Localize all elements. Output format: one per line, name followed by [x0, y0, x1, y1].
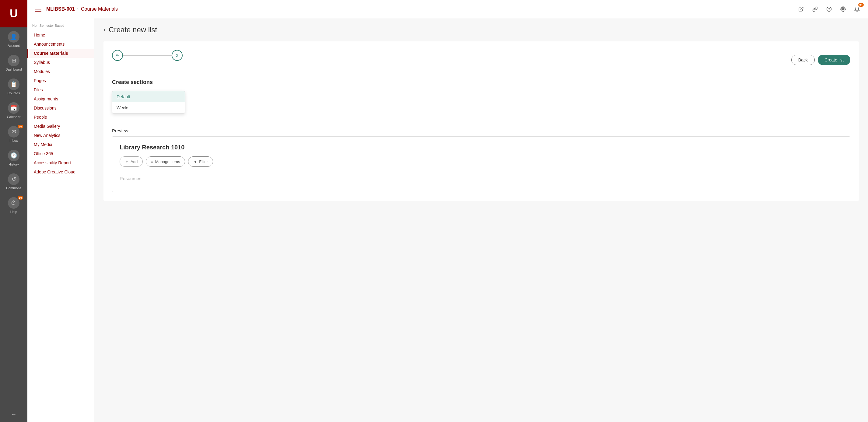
- sidebar-item-files[interactable]: Files: [27, 85, 94, 94]
- sidebar-item-adobe-creative-cloud[interactable]: Adobe Creative Cloud: [27, 167, 94, 176]
- main-content: ‹ Create new list ✏ 2: [94, 18, 868, 422]
- preview-list-title: Library Research 1010: [120, 144, 843, 151]
- history-label: History: [8, 162, 19, 166]
- page-header: ‹ Create new list: [103, 26, 859, 34]
- content-area: Non-Semester Based Home Announcements Co…: [27, 18, 868, 422]
- sidebar-item-modules[interactable]: Modules: [27, 67, 94, 76]
- dashboard-label: Dashboard: [5, 68, 22, 71]
- sidebar-item-commons[interactable]: ↺ Commons: [0, 170, 27, 194]
- calendar-icon: 📅: [8, 102, 20, 114]
- breadcrumb-course-id[interactable]: MLIBSB-001: [46, 6, 74, 12]
- svg-point-3: [842, 8, 844, 10]
- help-badge: 10: [18, 196, 23, 200]
- step-connector: [123, 55, 172, 56]
- plus-icon: ＋: [125, 159, 129, 164]
- preview-box: Library Research 1010 ＋ Add ≡ Manage ite…: [112, 136, 850, 192]
- dropdown-option-weeks[interactable]: Weeks: [112, 102, 185, 113]
- sidebar-item-office-365[interactable]: Office 365: [27, 149, 94, 158]
- collapse-nav-button[interactable]: ←: [0, 407, 27, 422]
- back-button[interactable]: Back: [791, 55, 815, 65]
- main-wrapper: MLIBSB-001 › Course Materials 9+: [27, 0, 868, 422]
- external-link-button[interactable]: [796, 4, 806, 14]
- history-icon: 🕐: [8, 150, 20, 161]
- preview-actions: ＋ Add ≡ Manage items ▼ Filter: [120, 156, 843, 167]
- page-title: Create new list: [108, 26, 157, 34]
- add-label: Add: [130, 159, 137, 164]
- svg-line-0: [801, 7, 803, 9]
- sidebar-item-pages[interactable]: Pages: [27, 76, 94, 85]
- dashboard-icon: ⊞: [8, 55, 20, 66]
- sidebar-item-announcements[interactable]: Announcements: [27, 39, 94, 49]
- step-2-label: 2: [176, 53, 178, 58]
- sidebar-item-account[interactable]: 👤 Account: [0, 27, 27, 51]
- section-type-dropdown[interactable]: Default Weeks: [112, 91, 185, 113]
- nav-bottom: ←: [0, 407, 27, 422]
- header-right-actions: 9+: [796, 4, 862, 14]
- sidebar-item-home[interactable]: Home: [27, 30, 94, 39]
- sidebar-item-inbox[interactable]: ✉ 70 Inbox: [0, 122, 27, 146]
- link-button[interactable]: [810, 4, 820, 14]
- breadcrumb-separator: ›: [77, 7, 79, 11]
- sidebar-item-help[interactable]: ⏱ 10 Help: [0, 194, 27, 217]
- content-panel: ✏ 2 Back Create list Create sections: [103, 41, 859, 201]
- sidebar-item-courses[interactable]: 📋 Courses: [0, 75, 27, 99]
- account-icon: 👤: [8, 31, 20, 42]
- dropdown-option-default[interactable]: Default: [112, 91, 185, 102]
- commons-label: Commons: [6, 186, 21, 190]
- filter-button[interactable]: ▼ Filter: [188, 156, 213, 167]
- notification-badge: 9+: [858, 3, 864, 7]
- sidebar-item-my-media[interactable]: My Media: [27, 140, 94, 149]
- filter-label: Filter: [199, 159, 208, 164]
- step-buttons: Back Create list: [791, 55, 850, 65]
- create-list-button[interactable]: Create list: [818, 55, 850, 65]
- help-button[interactable]: [824, 4, 834, 14]
- inbox-label: Inbox: [10, 139, 18, 142]
- sidebar-item-people[interactable]: People: [27, 112, 94, 122]
- section-heading: Create sections: [112, 79, 850, 86]
- sidebar-item-dashboard[interactable]: ⊞ Dashboard: [0, 51, 27, 75]
- global-navigation: U 👤 Account ⊞ Dashboard 📋 Courses 📅 Cale…: [0, 0, 27, 422]
- courses-icon: 📋: [8, 78, 20, 90]
- calendar-label: Calendar: [7, 115, 21, 119]
- sidebar-item-new-analytics[interactable]: New Analytics: [27, 131, 94, 140]
- manage-items-label: Manage items: [155, 159, 180, 164]
- sidebar-item-media-gallery[interactable]: Media Gallery: [27, 122, 94, 131]
- sidebar-item-course-materials[interactable]: Course Materials: [27, 49, 94, 58]
- manage-items-button[interactable]: ≡ Manage items: [146, 156, 185, 167]
- course-context: Non-Semester Based: [27, 23, 94, 30]
- preview-label: Preview:: [112, 128, 850, 133]
- hamburger-button[interactable]: [33, 5, 42, 13]
- commons-icon: ↺: [8, 173, 20, 185]
- add-item-button[interactable]: ＋ Add: [120, 156, 143, 167]
- top-header: MLIBSB-001 › Course Materials 9+: [27, 0, 868, 18]
- step-2-circle: 2: [172, 50, 183, 61]
- filter-icon: ▼: [193, 159, 197, 164]
- university-logo[interactable]: U: [0, 0, 27, 27]
- help-label: Help: [10, 210, 17, 214]
- resources-placeholder: Resources: [120, 172, 843, 185]
- sidebar-item-syllabus[interactable]: Syllabus: [27, 58, 94, 67]
- manage-items-icon: ≡: [151, 159, 153, 164]
- courses-label: Courses: [8, 91, 20, 95]
- account-label: Account: [8, 44, 20, 47]
- sidebar-item-assignments[interactable]: Assignments: [27, 94, 94, 103]
- course-sidebar: Non-Semester Based Home Announcements Co…: [27, 18, 94, 422]
- step-1-circle: ✏: [112, 50, 123, 61]
- sidebar-item-accessibility-report[interactable]: Accessibility Report: [27, 158, 94, 167]
- stepper: ✏ 2: [112, 50, 791, 61]
- breadcrumb: MLIBSB-001 › Course Materials: [46, 6, 118, 12]
- inbox-badge: 70: [18, 125, 23, 128]
- notifications-button[interactable]: 9+: [852, 4, 862, 14]
- sidebar-item-calendar[interactable]: 📅 Calendar: [0, 99, 27, 122]
- settings-button[interactable]: [838, 4, 848, 14]
- breadcrumb-page-name: Course Materials: [81, 6, 118, 12]
- back-arrow-button[interactable]: ‹: [103, 27, 105, 33]
- sidebar-item-history[interactable]: 🕐 History: [0, 146, 27, 170]
- step-1-icon: ✏: [116, 53, 119, 58]
- sidebar-item-discussions[interactable]: Discussions: [27, 103, 94, 112]
